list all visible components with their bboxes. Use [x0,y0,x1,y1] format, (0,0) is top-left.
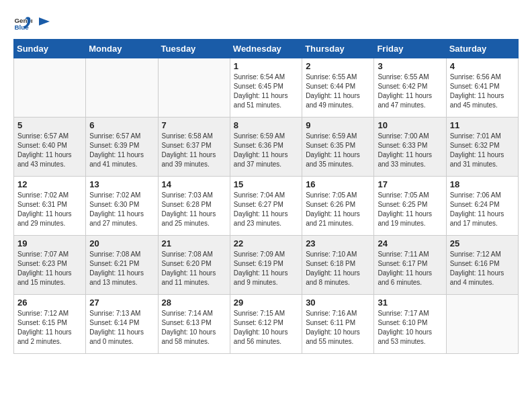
day-number: 1 [234,61,298,71]
logo: General Blue [13,13,51,32]
calendar-cell: 23Sunrise: 7:10 AM Sunset: 6:18 PM Dayli… [302,236,374,295]
day-info: Sunrise: 7:08 AM Sunset: 6:21 PM Dayligh… [89,250,154,287]
calendar-cell: 2Sunrise: 6:55 AM Sunset: 6:44 PM Daylig… [302,58,374,118]
day-info: Sunrise: 7:17 AM Sunset: 6:10 PM Dayligh… [378,309,442,347]
calendar-cell: 21Sunrise: 7:08 AM Sunset: 6:20 PM Dayli… [158,236,230,295]
calendar-cell: 19Sunrise: 7:07 AM Sunset: 6:23 PM Dayli… [14,236,86,295]
day-number: 11 [450,120,515,130]
day-info: Sunrise: 6:54 AM Sunset: 6:45 PM Dayligh… [234,73,298,110]
day-number: 9 [306,120,370,130]
calendar-cell [158,58,230,118]
day-number: 7 [162,120,226,130]
day-info: Sunrise: 6:55 AM Sunset: 6:44 PM Dayligh… [306,73,370,110]
day-info: Sunrise: 7:08 AM Sunset: 6:20 PM Dayligh… [162,250,226,287]
week-row-3: 12Sunrise: 7:02 AM Sunset: 6:31 PM Dayli… [14,177,519,236]
calendar-cell: 9Sunrise: 6:59 AM Sunset: 6:35 PM Daylig… [302,118,374,177]
day-info: Sunrise: 6:59 AM Sunset: 6:35 PM Dayligh… [306,132,370,169]
day-number: 4 [450,61,515,71]
calendar-cell: 16Sunrise: 7:05 AM Sunset: 6:26 PM Dayli… [302,177,374,236]
calendar-cell: 25Sunrise: 7:12 AM Sunset: 6:16 PM Dayli… [446,236,518,295]
day-number: 26 [17,298,82,308]
calendar-cell [446,295,518,354]
calendar-cell [14,58,86,118]
day-info: Sunrise: 7:10 AM Sunset: 6:18 PM Dayligh… [306,250,370,287]
day-number: 15 [234,179,298,189]
calendar-cell: 10Sunrise: 7:00 AM Sunset: 6:33 PM Dayli… [374,118,446,177]
calendar-cell: 15Sunrise: 7:04 AM Sunset: 6:27 PM Dayli… [230,177,302,236]
day-number: 30 [306,298,370,308]
day-number: 2 [306,61,370,71]
calendar-cell: 20Sunrise: 7:08 AM Sunset: 6:21 PM Dayli… [86,236,158,295]
calendar-cell: 14Sunrise: 7:03 AM Sunset: 6:28 PM Dayli… [158,177,230,236]
day-number: 14 [162,179,226,189]
calendar-cell: 26Sunrise: 7:12 AM Sunset: 6:15 PM Dayli… [14,295,86,354]
calendar-cell: 22Sunrise: 7:09 AM Sunset: 6:19 PM Dayli… [230,236,302,295]
week-row-4: 19Sunrise: 7:07 AM Sunset: 6:23 PM Dayli… [14,236,519,295]
day-info: Sunrise: 7:09 AM Sunset: 6:19 PM Dayligh… [234,250,298,287]
day-info: Sunrise: 7:16 AM Sunset: 6:11 PM Dayligh… [306,309,370,347]
day-info: Sunrise: 6:57 AM Sunset: 6:39 PM Dayligh… [89,132,154,169]
day-number: 19 [17,238,82,248]
calendar-cell: 12Sunrise: 7:02 AM Sunset: 6:31 PM Dayli… [14,177,86,236]
calendar-cell [86,58,158,118]
calendar-cell: 11Sunrise: 7:01 AM Sunset: 6:32 PM Dayli… [446,118,518,177]
day-number: 24 [378,238,442,248]
day-info: Sunrise: 7:05 AM Sunset: 6:25 PM Dayligh… [378,191,442,228]
calendar-cell: 3Sunrise: 6:55 AM Sunset: 6:42 PM Daylig… [374,58,446,118]
day-info: Sunrise: 7:14 AM Sunset: 6:13 PM Dayligh… [162,309,226,347]
calendar-cell: 29Sunrise: 7:15 AM Sunset: 6:12 PM Dayli… [230,295,302,354]
day-info: Sunrise: 6:58 AM Sunset: 6:37 PM Dayligh… [162,132,226,169]
svg-text:Blue: Blue [14,24,29,31]
day-info: Sunrise: 7:01 AM Sunset: 6:32 PM Dayligh… [450,132,515,169]
week-row-1: 1Sunrise: 6:54 AM Sunset: 6:45 PM Daylig… [14,58,519,118]
week-row-5: 26Sunrise: 7:12 AM Sunset: 6:15 PM Dayli… [14,295,519,354]
day-info: Sunrise: 7:11 AM Sunset: 6:17 PM Dayligh… [378,250,442,287]
day-number: 8 [234,120,298,130]
weekday-header-saturday: Saturday [446,40,518,58]
calendar-cell: 13Sunrise: 7:02 AM Sunset: 6:30 PM Dayli… [86,177,158,236]
day-info: Sunrise: 7:05 AM Sunset: 6:26 PM Dayligh… [306,191,370,228]
calendar-cell: 5Sunrise: 6:57 AM Sunset: 6:40 PM Daylig… [14,118,86,177]
calendar-cell: 7Sunrise: 6:58 AM Sunset: 6:37 PM Daylig… [158,118,230,177]
calendar-cell: 28Sunrise: 7:14 AM Sunset: 6:13 PM Dayli… [158,295,230,354]
weekday-header-thursday: Thursday [302,40,374,58]
day-info: Sunrise: 7:06 AM Sunset: 6:24 PM Dayligh… [450,191,515,228]
day-info: Sunrise: 6:59 AM Sunset: 6:36 PM Dayligh… [234,132,298,169]
calendar-cell: 18Sunrise: 7:06 AM Sunset: 6:24 PM Dayli… [446,177,518,236]
day-number: 13 [89,179,154,189]
calendar-cell: 6Sunrise: 6:57 AM Sunset: 6:39 PM Daylig… [86,118,158,177]
svg-marker-2 [39,17,50,26]
day-number: 12 [17,179,82,189]
weekday-header-friday: Friday [374,40,446,58]
day-number: 31 [378,298,442,308]
day-number: 16 [306,179,370,189]
weekday-header-wednesday: Wednesday [230,40,302,58]
day-number: 17 [378,179,442,189]
day-info: Sunrise: 7:07 AM Sunset: 6:23 PM Dayligh… [17,250,82,287]
day-number: 10 [378,120,442,130]
calendar-cell: 1Sunrise: 6:54 AM Sunset: 6:45 PM Daylig… [230,58,302,118]
day-info: Sunrise: 7:13 AM Sunset: 6:14 PM Dayligh… [89,309,154,347]
day-number: 3 [378,61,442,71]
day-info: Sunrise: 7:12 AM Sunset: 6:16 PM Dayligh… [450,250,515,287]
week-row-2: 5Sunrise: 6:57 AM Sunset: 6:40 PM Daylig… [14,118,519,177]
day-info: Sunrise: 7:12 AM Sunset: 6:15 PM Dayligh… [17,309,82,347]
calendar-cell: 8Sunrise: 6:59 AM Sunset: 6:36 PM Daylig… [230,118,302,177]
calendar-cell: 30Sunrise: 7:16 AM Sunset: 6:11 PM Dayli… [302,295,374,354]
day-number: 29 [234,298,298,308]
day-number: 28 [162,298,226,308]
day-number: 21 [162,238,226,248]
day-number: 25 [450,238,515,248]
calendar-table: SundayMondayTuesdayWednesdayThursdayFrid… [13,39,519,354]
day-info: Sunrise: 7:15 AM Sunset: 6:12 PM Dayligh… [234,309,298,347]
weekday-header-sunday: Sunday [14,40,86,58]
weekday-header-row: SundayMondayTuesdayWednesdayThursdayFrid… [14,40,519,58]
weekday-header-monday: Monday [86,40,158,58]
day-number: 27 [89,298,154,308]
day-number: 23 [306,238,370,248]
day-info: Sunrise: 7:02 AM Sunset: 6:31 PM Dayligh… [17,191,82,228]
header: General Blue [13,13,519,32]
day-info: Sunrise: 7:00 AM Sunset: 6:33 PM Dayligh… [378,132,442,169]
calendar-cell: 27Sunrise: 7:13 AM Sunset: 6:14 PM Dayli… [86,295,158,354]
calendar-cell: 17Sunrise: 7:05 AM Sunset: 6:25 PM Dayli… [374,177,446,236]
